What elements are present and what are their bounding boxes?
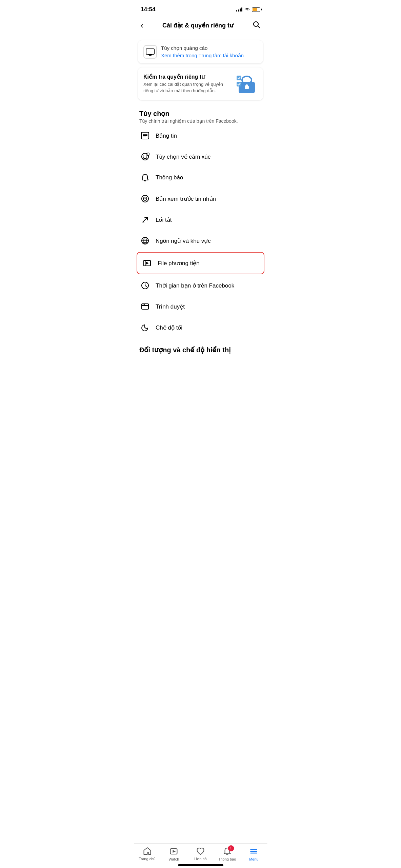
status-bar: 14:54 [134, 0, 267, 16]
svg-line-1 [258, 26, 260, 28]
privacy-card-text: Kiểm tra quyền riêng tư Xem lại các cài … [143, 74, 232, 94]
menu-label-trinh-duyet: Trình duyệt [156, 303, 185, 310]
ad-options-row: Tùy chọn quảng cáo Xem thêm trong Trung … [143, 45, 258, 59]
svg-marker-35 [146, 262, 149, 264]
search-button[interactable] [251, 19, 262, 32]
menu-item-tin-nhan[interactable]: Bản xem trước tin nhắn [134, 188, 267, 209]
custom-section-subtitle: Tùy chỉnh trải nghiệm của bạn trên Faceb… [139, 118, 262, 124]
ad-card: Tùy chọn quảng cáo Xem thêm trong Trung … [138, 40, 263, 63]
media-icon [141, 257, 153, 269]
svg-rect-3 [148, 54, 152, 55]
svg-point-26 [145, 198, 146, 199]
svg-rect-4 [149, 55, 152, 56]
privacy-card-title: Kiểm tra quyền riêng tư [143, 74, 232, 80]
notification-icon [139, 172, 151, 183]
reaction-icon: + [139, 151, 151, 162]
language-icon [139, 235, 151, 246]
menu-list: Bảng tin + Tùy chọn về cảm xúc [134, 125, 267, 338]
menu-label-thoi-gian: Thời gian bạn ở trên Facebook [156, 282, 234, 289]
menu-label-loi-tat: Lối tắt [156, 216, 172, 223]
page-header: ‹ Cài đặt & quyền riêng tư [134, 16, 267, 36]
news-feed-icon [139, 130, 151, 141]
svg-point-42 [143, 304, 143, 305]
partial-section-heading: Đối tượng và chế độ hiển thị [134, 341, 267, 357]
menu-item-trinh-duyet[interactable]: Trình duyệt [134, 296, 267, 317]
menu-label-tin-nhan: Bản xem trước tin nhắn [156, 195, 216, 202]
menu-item-loi-tat[interactable]: Lối tắt [134, 209, 267, 230]
menu-label-thong-bao: Thông báo [156, 174, 183, 181]
svg-line-27 [143, 217, 147, 222]
dark-mode-icon [139, 322, 151, 333]
menu-item-thoi-gian[interactable]: Thời gian bạn ở trên Facebook [134, 275, 267, 296]
svg-point-8 [245, 84, 248, 87]
svg-point-43 [144, 304, 145, 305]
privacy-check-card[interactable]: Kiểm tra quyền riêng tư Xem lại các cài … [138, 67, 263, 100]
page-title: Cài đặt & quyền riêng tư [145, 22, 251, 29]
menu-item-che-do-toi[interactable]: Chế độ tối [134, 317, 267, 338]
privacy-card-desc: Xem lại các cài đặt quan trọng về quyền … [143, 81, 232, 94]
menu-item-ngon-ngu[interactable]: Ngôn ngữ và khu vực [134, 230, 267, 251]
back-button[interactable]: ‹ [139, 19, 145, 32]
custom-section-header: Tùy chọn Tùy chỉnh trải nghiệm của bạn t… [134, 104, 267, 125]
shortcut-icon [139, 214, 151, 225]
menu-item-thong-bao[interactable]: Thông báo [134, 167, 267, 188]
menu-label-ngon-ngu: Ngôn ngữ và khu vực [156, 237, 211, 244]
custom-section-title: Tùy chọn [139, 110, 262, 118]
svg-rect-2 [146, 49, 154, 54]
menu-item-cam-xuc[interactable]: + Tùy chọn về cảm xúc [134, 146, 267, 167]
menu-item-file-phuong-tien[interactable]: File phương tiện [137, 252, 264, 274]
menu-label-cam-xuc: Tùy chọn về cảm xúc [156, 153, 210, 160]
menu-label-che-do-toi: Chế độ tối [156, 324, 182, 331]
time-icon [139, 280, 151, 291]
status-icons [236, 7, 260, 12]
svg-line-39 [145, 285, 146, 287]
battery-icon [252, 7, 260, 12]
ad-options-label: Tùy chọn quảng cáo [161, 45, 207, 51]
menu-item-bang-tin[interactable]: Bảng tin [134, 125, 267, 146]
svg-text:+: + [147, 154, 148, 156]
message-preview-icon [139, 193, 151, 204]
browser-icon [139, 301, 151, 312]
status-time: 14:54 [141, 6, 155, 13]
signal-icon [236, 7, 242, 12]
wifi-icon [244, 7, 250, 12]
menu-label-file-phuong-tien: File phương tiện [158, 260, 200, 267]
account-center-link[interactable]: Xem thêm trong Trung tâm tài khoản [161, 53, 244, 59]
privacy-lock-icon [236, 73, 258, 95]
ad-options-icon [143, 45, 157, 59]
menu-label-bang-tin: Bảng tin [156, 132, 177, 139]
svg-point-20 [143, 156, 144, 157]
content-area: Tùy chọn quảng cáo Xem thêm trong Trung … [134, 36, 267, 380]
